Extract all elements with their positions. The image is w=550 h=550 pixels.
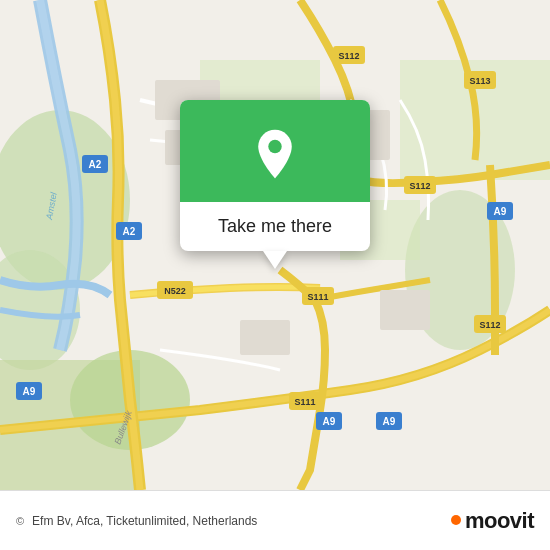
- svg-text:A9: A9: [383, 416, 396, 427]
- popup-card[interactable]: Take me there: [180, 100, 370, 251]
- svg-text:S113: S113: [469, 76, 490, 86]
- location-credit: Efm Bv, Afca, Ticketunlimited, Netherlan…: [32, 514, 443, 528]
- svg-text:S112: S112: [409, 181, 430, 191]
- svg-text:A9: A9: [23, 386, 36, 397]
- location-pin-icon: [249, 128, 301, 180]
- svg-text:A2: A2: [89, 159, 102, 170]
- popup-green-area: [180, 100, 370, 202]
- moovit-logo-text: moovit: [465, 508, 534, 534]
- svg-text:A2: A2: [123, 226, 136, 237]
- svg-text:S111: S111: [307, 292, 328, 302]
- svg-text:A9: A9: [323, 416, 336, 427]
- map-container[interactable]: A2 A2 A9 A9 A9 A9 S112 S112 S112 S113 S1…: [0, 0, 550, 490]
- svg-text:S112: S112: [479, 320, 500, 330]
- svg-text:S111: S111: [294, 397, 315, 407]
- popup-tail: [263, 251, 287, 269]
- svg-text:N522: N522: [164, 286, 186, 296]
- svg-rect-13: [240, 320, 290, 355]
- bottom-bar: © Efm Bv, Afca, Ticketunlimited, Netherl…: [0, 490, 550, 550]
- popup-label[interactable]: Take me there: [180, 202, 370, 251]
- svg-point-43: [268, 140, 281, 153]
- svg-text:S112: S112: [338, 51, 359, 61]
- svg-text:A9: A9: [494, 206, 507, 217]
- moovit-logo-dot: [451, 515, 461, 525]
- moovit-logo: moovit: [451, 508, 534, 534]
- copyright-icon: ©: [16, 515, 24, 527]
- svg-rect-12: [380, 290, 430, 330]
